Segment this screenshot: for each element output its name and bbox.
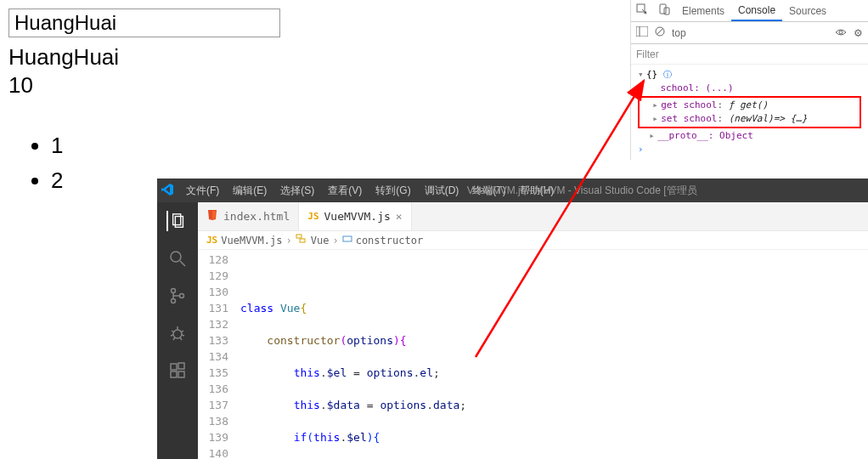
console-setter[interactable]: set school (661, 113, 717, 124)
tab-vuemvvm-js[interactable]: JS VueMVVM.js × (299, 202, 411, 230)
chevron-right-icon: › (286, 235, 292, 246)
console-obj[interactable]: {} (646, 69, 657, 80)
close-icon[interactable]: × (396, 210, 403, 223)
menu-view[interactable]: 查看(V) (323, 182, 367, 200)
console-prop[interactable]: school: (...) (661, 82, 734, 94)
svg-line-6 (657, 28, 663, 35)
console-getter[interactable]: get school (661, 99, 717, 110)
tab-console[interactable]: Console (731, 1, 782, 21)
page-content: HuangHuai 10 1 2 (8, 8, 280, 202)
explorer-icon[interactable] (166, 211, 187, 231)
inspect-icon[interactable] (631, 3, 653, 18)
svg-line-21 (173, 337, 175, 340)
debug-icon[interactable] (167, 323, 188, 343)
svg-rect-29 (343, 236, 352, 241)
svg-rect-8 (173, 214, 181, 225)
console-proto[interactable]: __proto__: Object (657, 130, 753, 141)
filter-row[interactable]: Filter (631, 44, 868, 65)
svg-point-13 (172, 299, 176, 303)
devtools-panel: Elements Console Sources top ⚙ Filter ▾{… (630, 0, 868, 160)
svg-point-14 (180, 294, 184, 298)
svg-line-11 (180, 261, 185, 266)
source-control-icon[interactable] (167, 286, 188, 306)
context-dropdown[interactable]: top (672, 27, 828, 39)
settings-icon[interactable]: ⚙ (854, 27, 863, 39)
search-icon[interactable] (167, 248, 188, 269)
live-eye-icon[interactable] (835, 27, 847, 39)
editor-area: index.html JS VueMVVM.js × JS VueMVVM.js… (198, 202, 868, 459)
menu-select[interactable]: 选择(S) (275, 182, 319, 200)
highlight-box: ▸get school: ƒ get() ▸set school: (newVa… (638, 96, 861, 128)
gutter: 128 129 130 131 132 133 134 135 136 137 … (198, 250, 240, 459)
svg-rect-24 (171, 371, 177, 377)
menu-goto[interactable]: 转到(G) (370, 182, 415, 200)
svg-rect-23 (171, 364, 177, 370)
menu-edit[interactable]: 编辑(E) (228, 182, 272, 200)
device-icon[interactable] (653, 3, 675, 18)
svg-line-18 (181, 331, 183, 332)
tab-elements[interactable]: Elements (675, 2, 731, 20)
devtools-tabs: Elements Console Sources (631, 0, 868, 22)
sidebar-icon[interactable] (636, 26, 648, 39)
console-output: ▾{} ⓘ school: (...) ▸get school: ƒ get()… (631, 65, 868, 160)
activity-bar (157, 202, 198, 459)
tab-label: VueMVVM.js (324, 210, 391, 223)
tab-index-html[interactable]: index.html (198, 202, 299, 230)
text-input[interactable] (8, 8, 280, 37)
display-text: HuangHuai (8, 44, 280, 71)
menu-debug[interactable]: 调试(D) (420, 182, 465, 200)
svg-point-7 (839, 31, 843, 34)
svg-point-12 (172, 289, 176, 293)
breadcrumb-class[interactable]: Vue (311, 235, 330, 246)
svg-point-15 (173, 330, 182, 338)
list-item: 1 (51, 133, 280, 159)
window-title: VueMVVM.js - MVVM - Visual Studio Code [… (467, 184, 697, 198)
tab-sources[interactable]: Sources (782, 2, 833, 20)
js-icon: JS (307, 211, 318, 222)
tab-label: index.html (223, 210, 290, 223)
svg-rect-1 (660, 4, 666, 14)
html-icon (206, 209, 218, 224)
svg-rect-9 (175, 217, 183, 228)
svg-line-22 (180, 337, 182, 340)
breadcrumb-file[interactable]: VueMVVM.js (221, 235, 282, 246)
svg-line-20 (182, 335, 184, 336)
svg-rect-28 (300, 239, 305, 242)
svg-line-19 (171, 335, 173, 336)
editor-tabs: index.html JS VueMVVM.js × (198, 202, 868, 231)
breadcrumb-constructor[interactable]: constructor (356, 235, 423, 246)
vscode-titlebar[interactable]: 文件(F) 编辑(E) 选择(S) 查看(V) 转到(G) 调试(D) 终端(T… (157, 178, 868, 202)
code-lines: class Vue{ constructor(options){ this.$e… (240, 250, 868, 459)
svg-rect-3 (636, 26, 648, 37)
code-editor[interactable]: 128 129 130 131 132 133 134 135 136 137 … (198, 250, 868, 459)
svg-point-10 (171, 252, 181, 262)
svg-line-17 (172, 331, 174, 332)
menu-file[interactable]: 文件(F) (181, 182, 224, 200)
method-icon (342, 234, 352, 246)
svg-rect-27 (296, 235, 302, 238)
vscode-window: 文件(F) 编辑(E) 选择(S) 查看(V) 转到(G) 调试(D) 终端(T… (157, 178, 868, 459)
console-toolbar: top ⚙ (631, 22, 868, 44)
class-icon (296, 234, 307, 246)
svg-rect-25 (178, 371, 184, 377)
clear-icon[interactable] (655, 26, 665, 39)
breadcrumb[interactable]: JS VueMVVM.js › Vue › constructor (198, 231, 868, 250)
js-icon: JS (206, 235, 217, 246)
info-icon[interactable]: ⓘ (663, 70, 672, 79)
svg-rect-26 (178, 363, 184, 369)
chevron-right-icon: › (332, 235, 338, 246)
extensions-icon[interactable] (167, 360, 188, 381)
vscode-logo-icon (157, 183, 178, 199)
display-number: 10 (8, 72, 280, 99)
